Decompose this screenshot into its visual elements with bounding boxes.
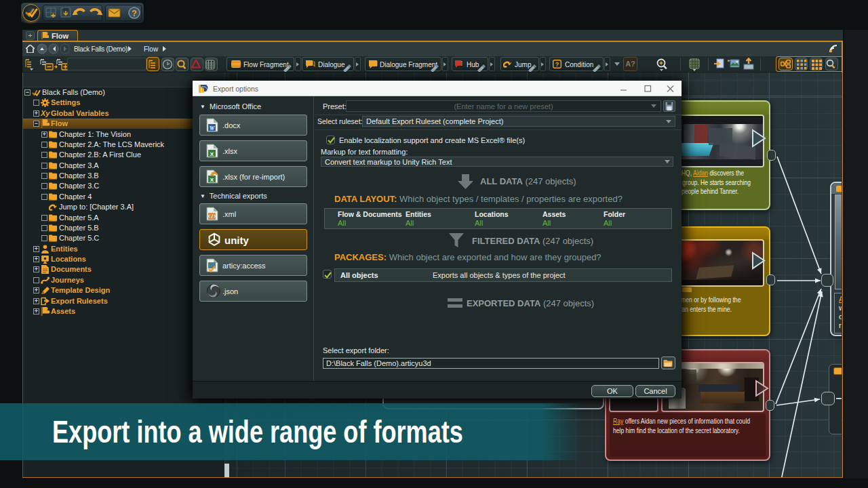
svg-text:X: X: [210, 177, 214, 183]
svg-text:X: X: [210, 151, 214, 157]
svg-text:W: W: [210, 125, 215, 131]
svg-text:?: ?: [132, 9, 136, 18]
svg-text:?: ?: [555, 61, 559, 68]
